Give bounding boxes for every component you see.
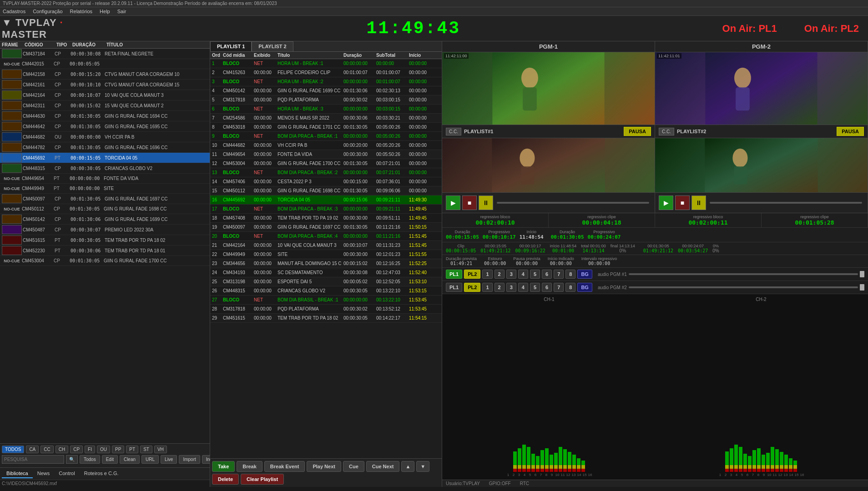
cc-btn-1[interactable]: C.C. [446,128,461,135]
transport-slider-1[interactable] [497,202,649,204]
pause-btn-2[interactable]: PAUSA [837,127,864,136]
menu-sair[interactable]: Sair [117,9,126,14]
library-row-20[interactable]: NO-CUECM453004CP00:01:30:05GIIN G RURAL … [0,256,210,266]
stop-btn-2[interactable]: ■ [675,195,690,210]
library-row-17[interactable]: CM450487CP00:00:30:07PREMIO LED 2022 30A [0,225,210,235]
type-filter-pp[interactable]: PP [112,446,124,453]
break-event-button[interactable]: Break Event [264,461,305,472]
audio-slider-1[interactable] [629,273,858,275]
cue-next-button[interactable]: Cue Next [366,461,400,472]
playlist-row-8[interactable]: 9BLOCONETBOM DIA PRACA - BREAK :100:00:0… [210,132,442,141]
playlist-row-24[interactable]: 25CM31319800:00:00ESPORTE DAI 500:00:05:… [210,277,442,286]
library-row-0[interactable]: CM437184CP00:00:30:08RETA FINAL NEGRETE [0,49,210,59]
tab-biblioteca[interactable]: Biblioteca [2,469,33,478]
ch-8-btn[interactable]: 8 [565,270,575,279]
take-button[interactable]: Take [212,461,235,472]
playlist-row-0[interactable]: 1BLOCONETHORA UM - BREAK :100:00:00:0000… [210,59,442,68]
clean-button[interactable]: Clean [120,455,140,464]
library-row-8[interactable]: CM444682OU00:00:00:00VH CCIR PA B [0,132,210,142]
ch2-5-btn[interactable]: 5 [530,283,540,292]
pl1-select-btn2[interactable]: PL1 [446,283,462,292]
type-filter-todos[interactable]: TODOS [2,446,24,453]
delete-button[interactable]: Delete [212,474,239,485]
playlist-row-18[interactable]: 19CM45009700:00:00GIIN G RURAL FADE 1697… [210,223,442,232]
playlist-row-27[interactable]: 28CM31781800:00:00PQD PLATAFORMA00:00:30… [210,305,442,314]
type-filter-fi[interactable]: FI [85,446,95,453]
type-filter-st[interactable]: ST [140,446,152,453]
menu-cadastros[interactable]: Cadastros [3,9,25,14]
playlist-row-14[interactable]: 15CM45011200:00:00GIIN G RURAL FADE 1698… [210,186,442,195]
pause-transport-btn-1[interactable]: ⏸ [479,195,493,210]
tab-control[interactable]: Control [54,469,79,478]
playlist-row-20[interactable]: 21CM44216400:00:0010 VAI QUE COLA MANUT … [210,241,442,250]
pause-btn-1[interactable]: PAUSA [624,127,651,136]
playlist-row-5[interactable]: 6BLOCONETHORA UM - BREAK :300:00:00:0000… [210,105,442,114]
pl2-select-btn[interactable]: PL2 [464,270,480,279]
library-row-4[interactable]: CM442164CP00:00:10:0710 VAI QUE COLA MAN… [0,90,210,100]
library-row-18[interactable]: CM451615PT00:00:30:05TEM TRAB POR TD PA … [0,235,210,246]
playlist-row-15[interactable]: 16CM44569200:00:00TORCIDA 04 0500:00:15:… [210,195,442,205]
search-button[interactable]: 🔍 [66,455,78,464]
library-row-6[interactable]: CM444630CP00:01:30:05GIIN G RURAL FADE 1… [0,111,210,121]
clear-playlist-button[interactable]: Clear Playlist [241,474,284,485]
playlist-row-12[interactable]: 13BLOCONETBOM DIA PRACA - BREAK :200:00:… [210,168,442,177]
playlist-row-26[interactable]: 27BLOCONETBOM DIA BRASIL - BREAK :100:00… [210,296,442,305]
pause-transport-btn-2[interactable]: ⏸ [691,195,706,210]
library-row-12[interactable]: NO-CUECM449654PT00:00:00:00FONTE DA VIDA [0,174,210,184]
transport-slider-2[interactable] [710,202,862,204]
playlist-row-6[interactable]: 7CM25458600:00:00MENOS É MAIS 5R 202200:… [210,114,442,123]
library-row-7[interactable]: CM444642CP00:01:30:05GIIN G RURAL FADE 1… [0,121,210,132]
ch2-3-btn[interactable]: 3 [506,283,516,292]
library-row-19[interactable]: CM452230PT00:00:30:06TEM TRAB POR TD PA … [0,246,210,256]
ch-6-btn[interactable]: 6 [542,270,552,279]
library-row-14[interactable]: CM450097CP00:01:30:05GIIN G RURAL FADE 1… [0,194,210,204]
pl1-select-btn[interactable]: PL1 [446,270,462,279]
ch2-8-btn[interactable]: 8 [565,283,575,292]
playlist-row-22[interactable]: 23CM34465600:00:00MANUT AFIL DOMINGAO 15… [210,259,442,268]
ch2-1-btn[interactable]: 1 [482,283,492,292]
type-filter-ca[interactable]: CA [26,446,39,453]
library-row-3[interactable]: CM442161CP00:00:10:10CTVG MANUT CARA COR… [0,80,210,90]
stop-btn-1[interactable]: ■ [462,195,477,210]
cc-btn-2[interactable]: C.C. [659,128,674,135]
import-button[interactable]: Import [179,455,200,464]
menu-configuracao[interactable]: Configuração [33,9,62,14]
tab-news[interactable]: News [33,469,55,478]
bg-btn-1[interactable]: BG [577,270,592,279]
playlist-row-4[interactable]: 5CM31781800:00:00PQD PLATAFORMA00:00:30:… [210,95,442,105]
url-button[interactable]: URL [141,455,159,464]
playlist-row-1[interactable]: 2CM41526300:00:00FELIPE CORDEIRO CLIP00:… [210,68,442,77]
library-row-13[interactable]: NO-CUECM449949PT00:00:00:00SITE [0,184,210,194]
ch2-2-btn[interactable]: 2 [495,283,505,292]
audio-slider-2[interactable] [629,286,858,288]
playlist-row-17[interactable]: 18CM45740800:00:00TEM TRAB POR TD PA 19 … [210,214,442,223]
move-down-button[interactable]: ▼ [416,461,429,472]
type-filter-pt[interactable]: PT [126,446,138,453]
break-button[interactable]: Break [237,461,262,472]
playlist-row-19[interactable]: 20BLOCONETBOM DIA PRACA - BREAK :400:00:… [210,232,442,241]
playlist-row-25[interactable]: 26CM44831500:00:00CRIANCAS GLOBO V200:00… [210,286,442,296]
ch-4-btn[interactable]: 4 [518,270,528,279]
todos-button[interactable]: Todos [80,455,100,464]
playlist-row-23[interactable]: 24CM43419300:00:00SC DESMATAMENTO00:00:3… [210,268,442,277]
ch-7-btn[interactable]: 7 [554,270,564,279]
playlist-row-9[interactable]: 10CM44468200:00:00VH CCIR PA B00:00:20:0… [210,141,442,150]
play-btn-1[interactable]: ▶ [446,195,460,210]
playlist-row-13[interactable]: 14CM45740600:00:00CESTA 2022 P 300:00:15… [210,177,442,186]
type-filter-cc[interactable]: CC [40,446,53,453]
live-button[interactable]: Live [161,455,177,464]
tab-roteiros[interactable]: Roteiros e C.G. [80,469,123,478]
playlist-row-21[interactable]: 22CM44994900:00:00SITE00:00:30:0000:12:0… [210,250,442,259]
ch-5-btn[interactable]: 5 [530,270,540,279]
ch-1-btn[interactable]: 1 [482,270,492,279]
play-btn-2[interactable]: ▶ [659,195,673,210]
library-row-15[interactable]: NO-CUECM450112CP00:01:30:05GIIN G RURAL … [0,204,210,214]
ch2-6-btn[interactable]: 6 [542,283,552,292]
edit-button[interactable]: Edit [102,455,118,464]
library-row-2[interactable]: CM442158CP00:00:15:20CTVG MANUT CARA COR… [0,69,210,80]
search-input[interactable] [2,455,64,464]
library-row-16[interactable]: CM450142CP00:01:30:06GIIN G RURAL FADE 1… [0,214,210,225]
ch2-7-btn[interactable]: 7 [554,283,564,292]
playlist-row-16[interactable]: 17BLOCONETBOM DIA PRACA - BREAK :300:00:… [210,205,442,214]
type-filter-ou[interactable]: OU [97,446,110,453]
